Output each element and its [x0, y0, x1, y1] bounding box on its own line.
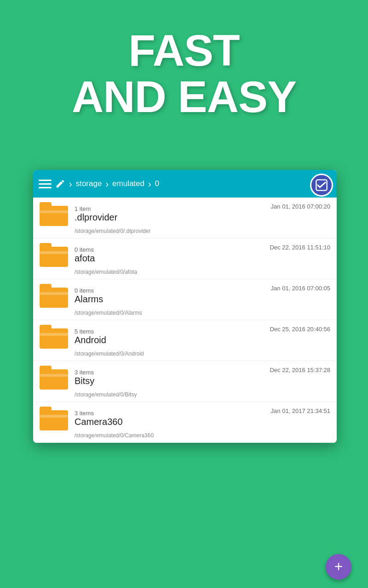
list-item[interactable]: 5 items Android Dec 25, 2016 20:40:56 /s…	[33, 320, 337, 361]
select-all-button[interactable]	[310, 174, 333, 197]
file-meta: 5 items Android	[75, 328, 263, 345]
file-count: 3 items	[75, 410, 264, 417]
file-path: /storage/emulated/0/Android	[33, 351, 337, 361]
checkmark-icon	[315, 179, 328, 192]
file-path: /storage/emulated/0/Camera360	[33, 432, 337, 442]
chevron-icon-3: ›	[148, 179, 151, 189]
file-path: /storage/emulated/0/Bitsy	[33, 391, 337, 401]
hero-line2: AND EASY	[72, 72, 296, 121]
file-name: Android	[75, 335, 263, 345]
folder-icon	[40, 202, 68, 226]
file-list: 1 item .dlprovider Jan 01, 2016 07:00:20…	[33, 198, 337, 443]
file-name: Camera360	[75, 417, 264, 427]
toolbar: › storage › emulated › 0	[33, 170, 337, 198]
file-date: Jan 01, 2016 07:00:05	[271, 284, 330, 292]
file-name: Alarms	[75, 294, 264, 305]
phone-card: › storage › emulated › 0 1 item .dlprov	[33, 170, 337, 443]
list-item[interactable]: 3 items Bitsy Dec 22, 2016 15:37:28 /sto…	[33, 361, 337, 402]
file-count: 1 item	[75, 205, 264, 212]
file-name: .dlprovider	[75, 212, 264, 223]
file-date: Dec 22, 2016 15:37:28	[270, 366, 330, 373]
file-meta: 0 items Alarms	[75, 287, 264, 305]
file-path: /storage/emulated/0/Alarms	[33, 310, 337, 320]
folder-icon	[40, 366, 68, 390]
hero-line1: FAST	[128, 26, 239, 75]
file-path: /storage/emulated/0/afota	[33, 269, 337, 279]
file-meta: 1 item .dlprovider	[75, 205, 264, 223]
list-item[interactable]: 0 items Alarms Jan 01, 2016 07:00:05 /st…	[33, 279, 337, 320]
file-count: 0 items	[75, 287, 264, 294]
file-count: 3 items	[75, 369, 263, 376]
file-date: Dec 25, 2016 20:40:56	[270, 325, 330, 333]
file-path: /storage/emulated/0/.dlprovider	[33, 228, 337, 238]
folder-icon	[40, 284, 68, 308]
list-item[interactable]: 0 items afota Dec 22, 2016 11:51:10 /sto…	[33, 238, 337, 279]
file-date: Jan 01, 2016 07:00:20	[271, 202, 330, 210]
folder-icon	[40, 325, 68, 349]
file-date: Jan 01, 2017 21:34:51	[271, 407, 330, 414]
file-meta: 3 items Camera360	[75, 410, 264, 427]
list-item[interactable]: 3 items Camera360 Jan 01, 2017 21:34:51 …	[33, 402, 337, 443]
file-name: afota	[75, 253, 263, 264]
menu-icon[interactable]	[39, 180, 52, 188]
hero-section: FAST AND EASY	[0, 0, 368, 143]
file-meta: 0 items afota	[75, 246, 263, 264]
hero-text: FAST AND EASY	[72, 28, 296, 120]
file-name: Bitsy	[75, 376, 263, 386]
list-item[interactable]: 1 item .dlprovider Jan 01, 2016 07:00:20…	[33, 198, 337, 238]
chevron-icon-1: ›	[69, 179, 72, 189]
fab-button[interactable]: +	[326, 554, 351, 580]
file-meta: 3 items Bitsy	[75, 369, 263, 386]
breadcrumb-storage[interactable]: storage	[76, 179, 102, 188]
folder-icon	[40, 407, 68, 430]
folder-icon	[40, 243, 68, 267]
fab-plus-icon: +	[334, 559, 343, 574]
breadcrumb-emulated[interactable]: emulated	[112, 179, 144, 188]
chevron-icon-2: ›	[105, 179, 109, 189]
file-date: Dec 22, 2016 11:51:10	[270, 243, 330, 251]
file-count: 0 items	[75, 246, 263, 253]
file-count: 5 items	[75, 328, 263, 335]
edit-icon[interactable]	[55, 179, 65, 189]
breadcrumb-0[interactable]: 0	[155, 179, 159, 188]
